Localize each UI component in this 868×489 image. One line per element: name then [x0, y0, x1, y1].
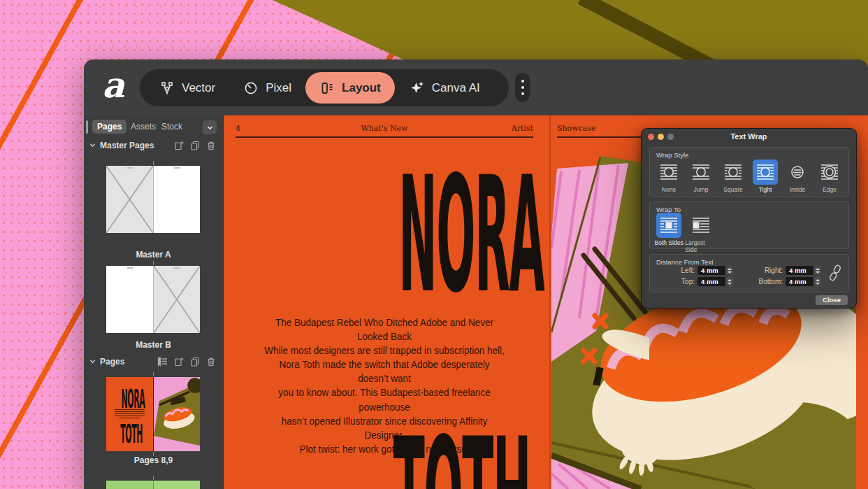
tab-vector-label: Vector: [182, 81, 215, 95]
pages-section-title: Pages: [100, 357, 124, 367]
distance-bottom-stepper[interactable]: [813, 277, 821, 286]
toolbar-overflow-menu-button[interactable]: [515, 73, 530, 102]
next-right-page: [153, 481, 200, 489]
body-line: The Budapest Rebel Who Ditched Adobe and…: [263, 316, 506, 343]
wrap-both-sides-icon: [656, 213, 681, 238]
wrap-style-jump[interactable]: Jump: [685, 160, 717, 193]
layout-icon: [319, 80, 335, 96]
headline-toth[interactable]: TOTH: [306, 429, 463, 489]
master-b-left-page: [106, 266, 153, 333]
distance-left-stepper[interactable]: [725, 266, 733, 275]
desktop: a Vector: [0, 0, 868, 489]
delete-page-icon[interactable]: [206, 141, 216, 150]
tab-canva-ai-label: Canva AI: [432, 81, 480, 95]
wrap-to-both-sides[interactable]: Both Sides: [653, 213, 685, 253]
panel-tab-pages[interactable]: Pages: [92, 120, 126, 134]
tab-vector[interactable]: Vector: [145, 72, 229, 104]
wrap-inside-icon: [785, 160, 810, 185]
chevron-down-icon: [89, 142, 96, 148]
distance-bottom-field[interactable]: 4 mm: [786, 277, 813, 286]
master-b-right-page: [153, 266, 200, 333]
add-master-page-icon[interactable]: [174, 141, 184, 150]
next-left-page: [106, 481, 153, 489]
delete-page-icon[interactable]: [206, 357, 216, 367]
running-head-right[interactable]: Artist: [236, 124, 533, 133]
persona-tab-bar: Vector Pixel: [140, 69, 509, 106]
duplicate-page-icon[interactable]: [190, 141, 200, 150]
wrap-largest-side-icon: [688, 213, 714, 238]
panel-tab-bar: Pages Assets Stock: [84, 118, 223, 135]
distance-right-field[interactable]: 4 mm: [786, 266, 813, 275]
thumb-headline-toth: TOTH: [106, 420, 153, 438]
master-b-label: Master B: [84, 340, 223, 350]
thumb-headline-nora: NORA: [106, 385, 153, 403]
master-a-right-page: [153, 166, 200, 233]
panel-tab-assets[interactable]: Assets: [126, 120, 161, 134]
master-b-thumbnail[interactable]: [106, 266, 200, 333]
wrap-edge-icon: [817, 160, 842, 185]
headline-nora[interactable]: NORA: [306, 167, 463, 257]
top-toolbar: a Vector: [84, 59, 868, 115]
left-header-rule: [236, 136, 533, 138]
add-page-icon[interactable]: [174, 357, 184, 367]
pages-8-9-label: Pages 8,9: [84, 455, 223, 465]
wrap-style-group: Wrap Style None: [649, 147, 849, 197]
distance-left-field[interactable]: 4 mm: [697, 266, 725, 275]
wrap-square-icon: [721, 160, 746, 185]
wrap-tight-icon: [753, 160, 778, 185]
body-line: Nora Toth made the switch that Adobe des…: [263, 357, 506, 385]
sparkles-icon: [409, 80, 425, 96]
pen-nib-icon: [159, 80, 175, 96]
pages-section-header[interactable]: Pages: [84, 356, 223, 369]
pixel-circle-icon: [243, 80, 259, 96]
page-8-thumb: NORA TOTH: [106, 377, 153, 451]
tab-layout-label: Layout: [342, 81, 381, 95]
wrap-style-none[interactable]: None: [653, 160, 685, 193]
panel-options-button[interactable]: [203, 120, 217, 134]
tab-layout[interactable]: Layout: [305, 72, 395, 104]
panel-tab-stock[interactable]: Stock: [157, 120, 187, 134]
wrap-style-label: Wrap Style: [656, 151, 688, 159]
wrap-jump-icon: [688, 160, 714, 185]
distance-left-label: Left:: [660, 267, 695, 274]
distance-label: Distance From Text: [656, 258, 714, 266]
pages-8-9-thumbnail[interactable]: NORA TOTH: [106, 377, 200, 451]
affinity-logo-icon[interactable]: a: [102, 65, 124, 106]
master-pages-section-title: Master Pages: [100, 141, 154, 150]
running-head-showcase[interactable]: Showcase: [557, 124, 596, 133]
distance-right-label: Right:: [746, 267, 783, 274]
wrap-style-square[interactable]: Square: [717, 160, 749, 193]
wrap-to-largest-side[interactable]: Largest Side: [685, 213, 717, 253]
distance-right-stepper[interactable]: [813, 266, 821, 275]
tab-pixel[interactable]: Pixel: [229, 72, 305, 104]
master-a-label: Master A: [84, 250, 223, 260]
duplicate-page-icon[interactable]: [190, 357, 200, 367]
wrap-style-inside[interactable]: Inside: [781, 160, 813, 193]
close-button[interactable]: Close: [816, 295, 848, 305]
wrap-none-icon: [656, 160, 681, 185]
tab-pixel-label: Pixel: [266, 81, 291, 95]
dialog-title: Text Wrap: [642, 132, 856, 141]
apply-master-icon[interactable]: [157, 357, 168, 367]
document-canvas[interactable]: 4 What's New Artist Showcase NORA The Bu…: [224, 115, 868, 489]
page-9-thumb: [153, 377, 200, 451]
next-pages-thumbnail[interactable]: [106, 481, 200, 489]
tab-canva-ai[interactable]: Canva AI: [395, 72, 494, 104]
wrap-style-edge[interactable]: Edge: [813, 160, 846, 193]
body-line: While most designers are still trapped i…: [263, 343, 506, 357]
distance-top-stepper[interactable]: [725, 277, 733, 286]
thumb-sushi-illustration: [154, 377, 200, 451]
chevron-down-icon: [89, 358, 96, 364]
distance-top-label: Top:: [660, 278, 695, 285]
pages-panel: Pages Assets Stock Master Pages: [84, 115, 224, 489]
master-a-left-page: [106, 166, 153, 233]
wrap-style-tight[interactable]: Tight: [749, 160, 781, 193]
wrap-to-group: Wrap To: [649, 201, 849, 249]
distance-top-field[interactable]: 4 mm: [697, 277, 725, 286]
master-pages-section-header[interactable]: Master Pages: [84, 140, 223, 153]
distance-bottom-label: Bottom:: [746, 278, 783, 285]
page-spine: [549, 115, 551, 489]
app-window: a Vector: [84, 59, 868, 489]
master-a-thumbnail[interactable]: [106, 166, 200, 233]
text-wrap-dialog: Text Wrap Wrap Style None: [641, 128, 857, 309]
